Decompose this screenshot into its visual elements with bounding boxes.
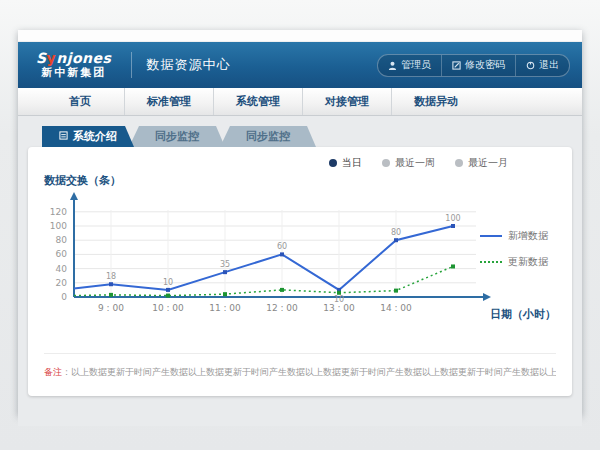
svg-text:80: 80 [56, 235, 68, 245]
page-title: 数据资源中心 [131, 52, 230, 78]
logo: Synjones 新中新集团 [30, 51, 117, 78]
svg-text:20: 20 [56, 278, 68, 288]
main-nav: 首页 标准管理 系统管理 对接管理 数据异动 [18, 88, 582, 116]
user-actions: 管理员 修改密码 退出 [377, 54, 570, 77]
svg-text:10: 10 [163, 278, 173, 287]
chart-panel: 当日 最近一周 最近一月 数据交换（条） 0204060801001209 : … [28, 147, 572, 396]
nav-item-home[interactable]: 首页 [36, 88, 124, 115]
svg-text:18: 18 [106, 272, 116, 281]
document-icon [59, 130, 68, 143]
svg-text:60: 60 [56, 249, 68, 259]
filter-last-month-label: 最近一月 [468, 156, 508, 170]
x-axis-title: 日期（小时） [490, 307, 556, 322]
filter-today-label: 当日 [342, 156, 362, 170]
logo-en: Synjones [36, 51, 111, 66]
tab-system-intro[interactable]: 系统介绍 [42, 126, 134, 147]
nav-item-system-mgmt[interactable]: 系统管理 [213, 88, 302, 115]
filter-last-month[interactable]: 最近一月 [455, 156, 508, 170]
change-password-button[interactable]: 修改密码 [441, 55, 515, 76]
nav-item-interface-mgmt[interactable]: 对接管理 [302, 88, 391, 115]
tab-label: 同步监控 [246, 129, 290, 144]
svg-text:40: 40 [56, 264, 68, 274]
dotted-line-icon [480, 261, 502, 263]
nav-item-data-change[interactable]: 数据异动 [391, 88, 480, 115]
svg-text:9 : 00: 9 : 00 [98, 303, 124, 313]
admin-user-button[interactable]: 管理员 [378, 55, 441, 76]
line-chart: 0204060801001209 : 0010 : 0011 : 0012 : … [42, 189, 494, 319]
radio-dot-icon [382, 159, 390, 167]
radio-dot-icon [329, 159, 337, 167]
logout-label: 退出 [539, 58, 559, 72]
content-area: 系统介绍 同步监控 同步监控 当日 最近一周 [18, 116, 582, 426]
svg-text:13 : 00: 13 : 00 [323, 303, 355, 313]
svg-text:10 : 00: 10 : 00 [152, 303, 184, 313]
footnote: 备注：以上数据更新于时间产生数据以上数据更新于时间产生数据以上数据更新于时间产生… [44, 353, 556, 379]
edit-icon [452, 61, 461, 70]
svg-text:35: 35 [220, 260, 230, 269]
window-top-strip [18, 30, 582, 42]
logo-cn: 新中新集团 [41, 67, 106, 79]
svg-text:14 : 00: 14 : 00 [380, 303, 412, 313]
chart-legend: 新增数据 更新数据 [480, 229, 564, 269]
tab-label: 同步监控 [155, 129, 199, 144]
tab-bar: 系统介绍 同步监控 同步监控 [42, 126, 572, 147]
nav-item-standard-mgmt[interactable]: 标准管理 [124, 88, 213, 115]
logo-accent: y [47, 50, 57, 66]
y-axis-title: 数据交换（条） [44, 173, 121, 188]
svg-text:12 : 00: 12 : 00 [266, 303, 298, 313]
svg-text:11 : 00: 11 : 00 [209, 303, 241, 313]
svg-text:10: 10 [334, 295, 344, 304]
svg-text:100: 100 [50, 221, 67, 231]
solid-line-icon [480, 235, 502, 237]
main-window: Synjones 新中新集团 数据资源中心 管理员 修改密码 [18, 30, 582, 415]
logout-icon [526, 61, 535, 70]
tab-sync-monitor-1[interactable]: 同步监控 [129, 126, 225, 147]
change-password-label: 修改密码 [465, 58, 505, 72]
footnote-text: ：以上数据更新于时间产生数据以上数据更新于时间产生数据以上数据更新于时间产生数据… [62, 367, 556, 377]
svg-text:0: 0 [61, 292, 67, 302]
filter-last-week-label: 最近一周 [395, 156, 435, 170]
svg-text:80: 80 [391, 228, 401, 237]
legend-label: 更新数据 [508, 255, 548, 269]
radio-dot-icon [455, 159, 463, 167]
legend-label: 新增数据 [508, 229, 548, 243]
logout-button[interactable]: 退出 [515, 55, 569, 76]
user-icon [388, 61, 397, 70]
time-range-filter: 当日 最近一周 最近一月 [329, 156, 508, 170]
legend-item-new-data[interactable]: 新增数据 [480, 229, 564, 243]
svg-text:60: 60 [277, 242, 287, 251]
footnote-label: 备注 [44, 367, 62, 377]
filter-today[interactable]: 当日 [329, 156, 362, 170]
tab-sync-monitor-2[interactable]: 同步监控 [220, 126, 316, 147]
tab-label: 系统介绍 [73, 129, 117, 144]
svg-text:100: 100 [445, 214, 460, 223]
admin-user-label: 管理员 [401, 58, 431, 72]
app-header: Synjones 新中新集团 数据资源中心 管理员 修改密码 [18, 42, 582, 88]
svg-text:120: 120 [50, 207, 67, 217]
filter-last-week[interactable]: 最近一周 [382, 156, 435, 170]
legend-item-updated-data[interactable]: 更新数据 [480, 255, 564, 269]
